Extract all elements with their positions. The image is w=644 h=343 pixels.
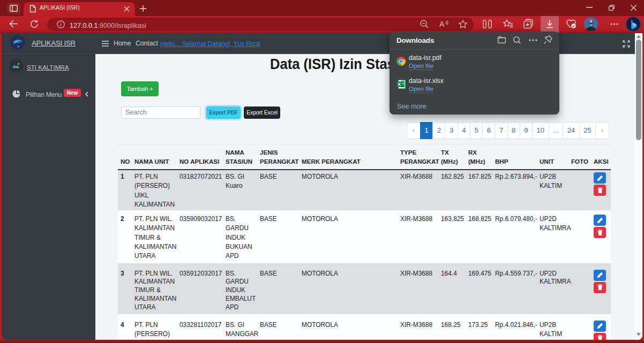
svg-text:A: A [439,20,445,28]
